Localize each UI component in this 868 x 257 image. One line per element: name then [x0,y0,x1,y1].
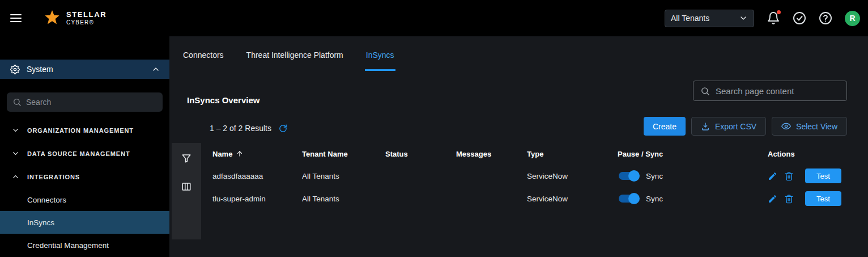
delete-trash-icon[interactable] [784,194,794,204]
stellar-star-icon [43,9,61,27]
tab-insyncs[interactable]: InSyncs [365,36,395,71]
edit-pencil-icon[interactable] [768,171,777,181]
table-header-row: Name Tenant Name Status Messages Type Pa… [212,143,847,165]
page-search-input[interactable] [716,86,840,96]
toolbar-actions: Create Export CSV Select View [644,117,847,136]
sidebar-search-input[interactable] [26,98,157,107]
cell-tenant: All Tenants [302,172,385,180]
table-tool-strip [172,143,201,239]
topbar-right: All Tenants R [665,10,860,27]
chevron-up-icon [11,172,20,181]
cell-name: tlu-super-admin [212,195,302,203]
sync-toggle[interactable] [619,195,638,203]
notification-dot [777,10,781,14]
cell-status [385,195,456,203]
toggle-knob [628,170,640,182]
notifications-bell-icon[interactable] [767,11,780,25]
cell-actions: Test [768,168,847,183]
avatar[interactable]: R [845,11,860,26]
download-icon [701,122,710,131]
tab-connectors[interactable]: Connectors [182,36,225,71]
tab-bar: Connectors Threat Intelligence Platform … [169,36,868,71]
column-header-messages[interactable]: Messages [456,150,527,158]
brand-line2: CYBER® [66,19,107,26]
cell-type: ServiceNow [527,195,618,203]
delete-trash-icon[interactable] [784,171,794,181]
cell-name: adfasdfaaaaaa [212,172,302,180]
gear-icon [10,65,20,74]
search-icon [700,86,710,96]
cell-actions: Test [768,191,847,206]
tenant-selector[interactable]: All Tenants [665,10,754,27]
column-header-pause-sync[interactable]: Pause / Sync [618,150,768,158]
sidebar: System ORGANIZATION MANAGEMENT DATA SOUR… [0,36,169,257]
topbar: STELLAR CYBER® All Tenants R [0,0,868,36]
tab-threat-intelligence-platform[interactable]: Threat Intelligence Platform [245,36,344,71]
insyncs-table: Name Tenant Name Status Messages Type Pa… [212,143,847,210]
chevron-down-icon [739,14,748,23]
select-view-button[interactable]: Select View [772,117,847,136]
sidebar-section-data-source-management[interactable]: DATA SOURCE MANAGEMENT [0,142,169,165]
column-header-status[interactable]: Status [385,150,456,158]
section-label: DATA SOURCE MANAGEMENT [27,150,130,157]
help-icon[interactable] [819,11,832,25]
sync-label: Sync [646,172,663,180]
test-button[interactable]: Test [805,191,841,206]
column-header-name[interactable]: Name [212,150,302,158]
search-icon [12,98,22,107]
edit-pencil-icon[interactable] [768,194,777,204]
sidebar-item-connectors[interactable]: Connectors [0,188,169,211]
sidebar-sections: ORGANIZATION MANAGEMENT DATA SOURCE MANA… [0,119,169,256]
section-label: INTEGRATIONS [27,174,80,180]
results-row: 1 – 2 of 2 Results [210,120,288,136]
table-row: tlu-super-admin All Tenants ServiceNow S… [212,187,847,210]
tenant-selector-value: All Tenants [671,14,709,23]
brand-line1: STELLAR [66,11,107,19]
sidebar-item-credential-management[interactable]: Credential Management [0,234,169,256]
column-header-actions: Actions [768,150,847,158]
main-content: Connectors Threat Intelligence Platform … [169,36,868,257]
task-status-check-icon[interactable] [793,11,806,25]
export-csv-label: Export CSV [715,122,756,131]
cell-tenant: All Tenants [302,195,385,203]
toggle-knob [628,193,640,204]
cell-status [385,172,456,180]
chevron-up-icon [151,65,160,74]
page-search [693,81,847,101]
column-header-type[interactable]: Type [527,150,618,158]
eye-icon [781,121,791,131]
sidebar-item-system[interactable]: System [0,60,169,79]
chevron-down-icon [11,126,20,134]
export-csv-button[interactable]: Export CSV [691,117,766,136]
brand-text: STELLAR CYBER® [66,11,107,26]
chevron-down-icon [11,149,20,158]
test-button[interactable]: Test [805,168,841,183]
table-row: adfasdfaaaaaa All Tenants ServiceNow Syn… [212,165,847,187]
sidebar-section-organization-management[interactable]: ORGANIZATION MANAGEMENT [0,119,169,142]
column-header-tenant-name[interactable]: Tenant Name [302,150,385,158]
sidebar-system-label: System [27,65,144,74]
select-view-label: Select View [796,122,837,131]
filter-icon[interactable] [181,153,192,163]
sync-toggle[interactable] [619,172,638,180]
sort-ascending-icon [236,150,244,158]
hamburger-menu-icon[interactable] [8,10,24,26]
page-title: InSyncs Overview [187,95,259,105]
sync-label: Sync [646,195,663,203]
brand-logo: STELLAR CYBER® [43,9,107,27]
sidebar-item-insyncs[interactable]: InSyncs [0,211,169,234]
cell-pause-sync: Sync [618,172,768,180]
section-label: ORGANIZATION MANAGEMENT [27,127,134,134]
results-count: 1 – 2 of 2 Results [210,124,271,133]
header-label: Name [212,150,232,158]
cell-type: ServiceNow [527,172,618,180]
cell-pause-sync: Sync [618,195,768,203]
sidebar-section-integrations[interactable]: INTEGRATIONS [0,165,169,188]
create-button[interactable]: Create [644,117,686,136]
refresh-icon[interactable] [278,124,288,133]
columns-icon[interactable] [181,182,192,192]
sidebar-search [7,92,163,112]
